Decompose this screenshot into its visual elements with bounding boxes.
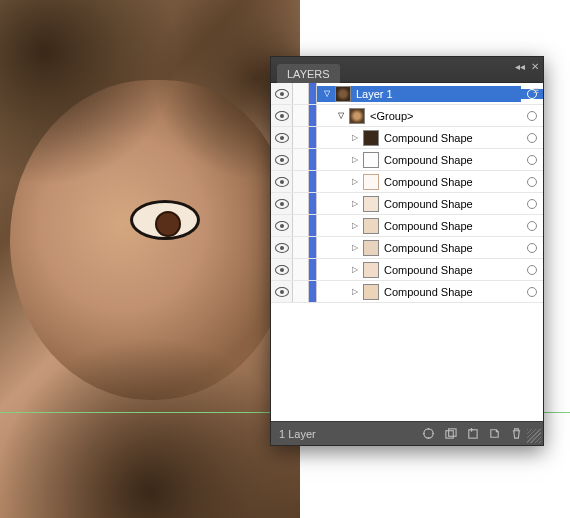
visibility-toggle[interactable] bbox=[271, 281, 293, 302]
new-layer-button[interactable] bbox=[483, 422, 505, 446]
target-button[interactable] bbox=[521, 243, 543, 253]
eye-icon bbox=[275, 155, 289, 165]
triangle-right-icon[interactable] bbox=[350, 199, 360, 209]
row-content[interactable]: Compound Shape bbox=[317, 196, 521, 212]
clipping-mask-button[interactable] bbox=[439, 422, 461, 446]
target-button[interactable] bbox=[521, 89, 543, 99]
triangle-right-icon[interactable] bbox=[350, 287, 360, 297]
eye-icon bbox=[275, 243, 289, 253]
layer-thumbnail bbox=[349, 108, 365, 124]
close-icon[interactable]: ✕ bbox=[531, 61, 539, 72]
visibility-toggle[interactable] bbox=[271, 149, 293, 170]
selection-color-strip bbox=[309, 127, 317, 148]
triangle-right-icon[interactable] bbox=[350, 221, 360, 231]
artwork-fur bbox=[0, 0, 300, 518]
target-button[interactable] bbox=[521, 133, 543, 143]
target-button[interactable] bbox=[521, 177, 543, 187]
selection-color-strip bbox=[309, 281, 317, 302]
row-content[interactable]: Compound Shape bbox=[317, 284, 521, 300]
delete-button[interactable] bbox=[505, 422, 527, 446]
row-content[interactable]: Compound Shape bbox=[317, 240, 521, 256]
row-content[interactable]: Compound Shape bbox=[317, 174, 521, 190]
visibility-toggle[interactable] bbox=[271, 193, 293, 214]
target-button[interactable] bbox=[521, 111, 543, 121]
row-content[interactable]: Compound Shape bbox=[317, 262, 521, 278]
layer-thumbnail bbox=[363, 174, 379, 190]
lock-toggle[interactable] bbox=[293, 83, 309, 104]
visibility-toggle[interactable] bbox=[271, 237, 293, 258]
lock-toggle[interactable] bbox=[293, 105, 309, 126]
visibility-toggle[interactable] bbox=[271, 127, 293, 148]
lock-toggle[interactable] bbox=[293, 237, 309, 258]
layer-label[interactable]: Compound Shape bbox=[382, 220, 521, 232]
layer-row[interactable]: Compound Shape bbox=[271, 259, 543, 281]
row-content[interactable]: Compound Shape bbox=[317, 152, 521, 168]
visibility-toggle[interactable] bbox=[271, 171, 293, 192]
panel-tabbar: LAYERS bbox=[271, 57, 543, 83]
target-button[interactable] bbox=[521, 221, 543, 231]
lock-toggle[interactable] bbox=[293, 149, 309, 170]
panel-menu-icon[interactable]: ≡ bbox=[533, 85, 539, 96]
visibility-toggle[interactable] bbox=[271, 83, 293, 104]
row-content[interactable]: Compound Shape bbox=[317, 130, 521, 146]
lock-toggle[interactable] bbox=[293, 127, 309, 148]
svg-point-0 bbox=[423, 429, 432, 438]
new-sublayer-button[interactable] bbox=[461, 422, 483, 446]
layer-row[interactable]: Compound Shape bbox=[271, 281, 543, 303]
lock-toggle[interactable] bbox=[293, 259, 309, 280]
triangle-down-icon[interactable] bbox=[336, 111, 346, 121]
layer-row[interactable]: Compound Shape bbox=[271, 149, 543, 171]
target-button[interactable] bbox=[521, 199, 543, 209]
triangle-right-icon[interactable] bbox=[350, 177, 360, 187]
layer-label[interactable]: Layer 1 bbox=[354, 88, 521, 100]
layer-label[interactable]: Compound Shape bbox=[382, 198, 521, 210]
target-button[interactable] bbox=[521, 265, 543, 275]
layer-label[interactable]: Compound Shape bbox=[382, 286, 521, 298]
lock-toggle[interactable] bbox=[293, 215, 309, 236]
eye-icon bbox=[275, 111, 289, 121]
layer-row[interactable]: Compound Shape bbox=[271, 171, 543, 193]
layer-row[interactable]: Compound Shape bbox=[271, 215, 543, 237]
target-button[interactable] bbox=[521, 155, 543, 165]
selection-color-strip bbox=[309, 149, 317, 170]
triangle-right-icon[interactable] bbox=[350, 265, 360, 275]
lock-toggle[interactable] bbox=[293, 171, 309, 192]
circle-icon bbox=[527, 111, 537, 121]
lock-toggle[interactable] bbox=[293, 281, 309, 302]
layer-label[interactable]: Compound Shape bbox=[382, 154, 521, 166]
layer-label[interactable]: Compound Shape bbox=[382, 176, 521, 188]
layer-row[interactable]: Layer 1 bbox=[271, 83, 543, 105]
canvas-artwork bbox=[0, 0, 300, 518]
layer-label[interactable]: <Group> bbox=[368, 110, 521, 122]
selection-color-strip bbox=[309, 105, 317, 126]
layer-row[interactable]: <Group> bbox=[271, 105, 543, 127]
layer-label[interactable]: Compound Shape bbox=[382, 242, 521, 254]
layer-row[interactable]: Compound Shape bbox=[271, 193, 543, 215]
svg-rect-2 bbox=[448, 429, 455, 436]
triangle-down-icon[interactable] bbox=[322, 89, 332, 99]
target-button[interactable] bbox=[521, 287, 543, 297]
visibility-toggle[interactable] bbox=[271, 215, 293, 236]
eye-icon bbox=[275, 221, 289, 231]
visibility-toggle[interactable] bbox=[271, 259, 293, 280]
layer-label[interactable]: Compound Shape bbox=[382, 264, 521, 276]
collapse-icon[interactable]: ◂◂ bbox=[515, 61, 525, 72]
visibility-toggle[interactable] bbox=[271, 105, 293, 126]
row-content[interactable]: <Group> bbox=[317, 108, 521, 124]
layer-row[interactable]: Compound Shape bbox=[271, 127, 543, 149]
artwork-eye bbox=[130, 200, 200, 240]
triangle-right-icon[interactable] bbox=[350, 133, 360, 143]
tab-layers[interactable]: LAYERS bbox=[277, 64, 340, 83]
layer-label[interactable]: Compound Shape bbox=[382, 132, 521, 144]
selection-color-strip bbox=[309, 215, 317, 236]
row-content[interactable]: Layer 1 bbox=[317, 86, 521, 102]
lock-toggle[interactable] bbox=[293, 193, 309, 214]
triangle-right-icon[interactable] bbox=[350, 155, 360, 165]
layer-row[interactable]: Compound Shape bbox=[271, 237, 543, 259]
locate-object-button[interactable] bbox=[417, 422, 439, 446]
triangle-right-icon[interactable] bbox=[350, 243, 360, 253]
resize-grip[interactable] bbox=[527, 429, 541, 443]
eye-icon bbox=[275, 287, 289, 297]
row-content[interactable]: Compound Shape bbox=[317, 218, 521, 234]
selection-color-strip bbox=[309, 237, 317, 258]
